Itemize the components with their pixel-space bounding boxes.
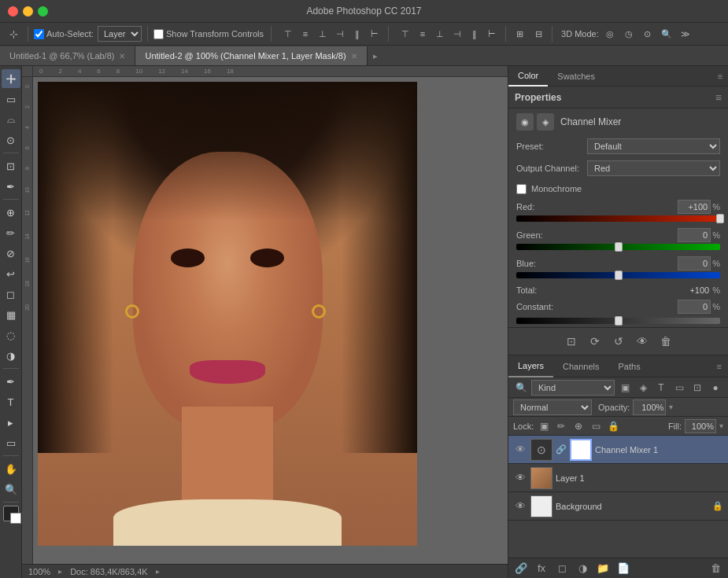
paths-tab[interactable]: Paths	[609, 355, 650, 377]
filter-shape-icon[interactable]: ▭	[671, 380, 687, 396]
align-right-icon[interactable]: ⊢	[367, 26, 382, 42]
3d-icon-3[interactable]: ⊙	[640, 26, 656, 42]
channel-mixer-mask-icon[interactable]: ◉	[516, 113, 534, 131]
align-top-icon[interactable]: ⊤	[280, 26, 296, 42]
reset-btn[interactable]: ↺	[610, 333, 627, 350]
tab-untitled-1[interactable]: Untitled-1 @ 66,7% (Lab/8) ✕	[0, 46, 135, 65]
visibility-btn[interactable]: ⟳	[586, 333, 604, 350]
brush-tool[interactable]: ✏	[2, 223, 20, 242]
dist-bottom-icon[interactable]: ⊥	[432, 26, 448, 42]
search-icon[interactable]: 🔍	[659, 26, 674, 42]
align-left-icon[interactable]: ⊣	[332, 26, 348, 42]
filter-search-icon[interactable]: 🔍	[513, 380, 529, 396]
lock-all-icon[interactable]: 🔒	[606, 419, 620, 433]
new-layer-btn[interactable]: 📄	[615, 561, 631, 576]
3d-icon-2[interactable]: ◷	[621, 26, 637, 42]
fill-dropdown-arrow[interactable]: ▾	[719, 422, 723, 430]
lasso-tool[interactable]: ⌓	[2, 110, 20, 129]
opacity-dropdown-arrow[interactable]: ▾	[669, 403, 673, 411]
channels-tab[interactable]: Channels	[553, 355, 608, 377]
dodge-tool[interactable]: ◑	[2, 346, 20, 365]
crop-tool[interactable]: ⊡	[2, 156, 20, 175]
layer-item-background[interactable]: 👁 Background 🔒	[508, 492, 728, 521]
quick-select-tool[interactable]: ⊙	[2, 131, 20, 149]
rectangle-select-tool[interactable]: ▭	[2, 90, 20, 109]
clip-to-layer-btn[interactable]: ⊡	[563, 333, 580, 350]
green-slider-thumb[interactable]	[615, 242, 623, 252]
dist-vcenter-icon[interactable]: ≡	[415, 26, 431, 42]
close-button[interactable]	[8, 6, 18, 17]
color-panel-menu[interactable]: ≡	[712, 66, 728, 87]
blend-mode-dropdown[interactable]: Normal	[513, 399, 592, 415]
clone-tool[interactable]: ⊘	[2, 244, 20, 263]
dist-left-icon[interactable]: ⊣	[449, 26, 465, 42]
green-slider-track[interactable]	[516, 244, 720, 250]
lock-move-icon[interactable]: ⊕	[571, 419, 586, 433]
gradient-tool[interactable]: ▦	[2, 305, 20, 324]
move-tool-icon[interactable]: ⊹	[5, 25, 22, 42]
properties-menu-icon[interactable]: ≡	[715, 91, 722, 104]
dist-hcenter-icon[interactable]: ‖	[467, 26, 482, 42]
output-channel-dropdown[interactable]: Red	[587, 160, 720, 176]
status-arrow[interactable]: ▸	[58, 567, 62, 576]
constant-slider-thumb[interactable]	[615, 316, 623, 326]
fill-input[interactable]	[685, 419, 716, 433]
move-tool[interactable]	[2, 69, 20, 88]
maximize-button[interactable]	[38, 6, 48, 17]
red-slider-thumb[interactable]	[716, 214, 724, 223]
shape-tool[interactable]: ▭	[2, 433, 20, 452]
auto-select-checkbox[interactable]	[34, 29, 44, 39]
auto-select-dropdown[interactable]: Layer	[98, 26, 142, 42]
zoom-tool[interactable]: 🔍	[2, 480, 20, 499]
filter-smart-icon[interactable]: ⊡	[689, 380, 705, 396]
filter-pixel-icon[interactable]: ▣	[617, 380, 633, 396]
eraser-tool[interactable]: ◻	[2, 285, 20, 304]
show-transform-checkbox[interactable]	[153, 29, 164, 39]
3d-icon-1[interactable]: ◎	[602, 26, 618, 42]
green-value-input[interactable]	[678, 228, 711, 242]
link-layers-btn[interactable]: 🔗	[513, 561, 529, 576]
filter-type-icon[interactable]: T	[653, 380, 669, 396]
doc-info-arrow[interactable]: ▸	[156, 567, 160, 576]
eyedropper-tool[interactable]: ✒	[2, 177, 20, 196]
dist-top-icon[interactable]: ⊤	[397, 26, 413, 42]
layer-eye-channel-mixer[interactable]: 👁	[513, 443, 527, 457]
align-hcenter-icon[interactable]: ‖	[349, 26, 365, 42]
auto-align-icon[interactable]: ⊞	[512, 26, 527, 42]
blue-slider-thumb[interactable]	[615, 271, 623, 280]
constant-value-input[interactable]	[678, 300, 711, 314]
foreground-color[interactable]	[3, 506, 19, 521]
tab-untitled-2-close[interactable]: ✕	[351, 52, 357, 61]
swatches-tab[interactable]: Swatches	[548, 66, 604, 87]
path-select-tool[interactable]: ▸	[2, 413, 20, 432]
tab-untitled-1-close[interactable]: ✕	[119, 52, 125, 61]
align-bottom-icon[interactable]: ⊥	[315, 26, 331, 42]
menu-icon[interactable]: ≫	[678, 26, 693, 42]
text-tool[interactable]: T	[2, 392, 20, 411]
lock-paint-icon[interactable]: ✏	[554, 419, 568, 433]
delete-layer-btn[interactable]: 🗑	[708, 561, 723, 576]
filter-toggle[interactable]: ●	[708, 380, 723, 396]
hand-tool[interactable]: ✋	[2, 459, 20, 478]
channel-mixer-adj-icon[interactable]: ◈	[537, 113, 554, 131]
layer-item-layer1[interactable]: 👁 Layer 1	[508, 464, 728, 492]
minimize-button[interactable]	[23, 6, 33, 17]
color-tab[interactable]: Color	[508, 66, 548, 87]
tab-untitled-2[interactable]: Untitled-2 @ 100% (Channel Mixer 1, Laye…	[135, 46, 367, 65]
red-slider-track[interactable]	[516, 215, 720, 222]
view-btn[interactable]: 👁	[634, 333, 651, 350]
auto-blend-icon[interactable]: ⊟	[530, 26, 546, 42]
pen-tool[interactable]: ✒	[2, 372, 20, 391]
blue-slider-track[interactable]	[516, 272, 720, 278]
new-group-btn[interactable]: 📁	[595, 561, 611, 576]
layer-link-icon[interactable]: 🔗	[556, 444, 567, 455]
heal-tool[interactable]: ⊕	[2, 203, 20, 222]
filter-adj-icon[interactable]: ◈	[635, 380, 651, 396]
layer-kind-dropdown[interactable]: Kind	[531, 380, 615, 396]
constant-slider-track[interactable]	[516, 318, 720, 324]
layer-item-channel-mixer[interactable]: 👁 ⊙ 🔗 Channel Mixer 1	[508, 436, 728, 464]
dist-right-icon[interactable]: ⊢	[484, 26, 500, 42]
new-adjustment-btn[interactable]: ◑	[575, 561, 590, 576]
blur-tool[interactable]: ◌	[2, 326, 20, 344]
layers-tab[interactable]: Layers	[508, 355, 553, 377]
